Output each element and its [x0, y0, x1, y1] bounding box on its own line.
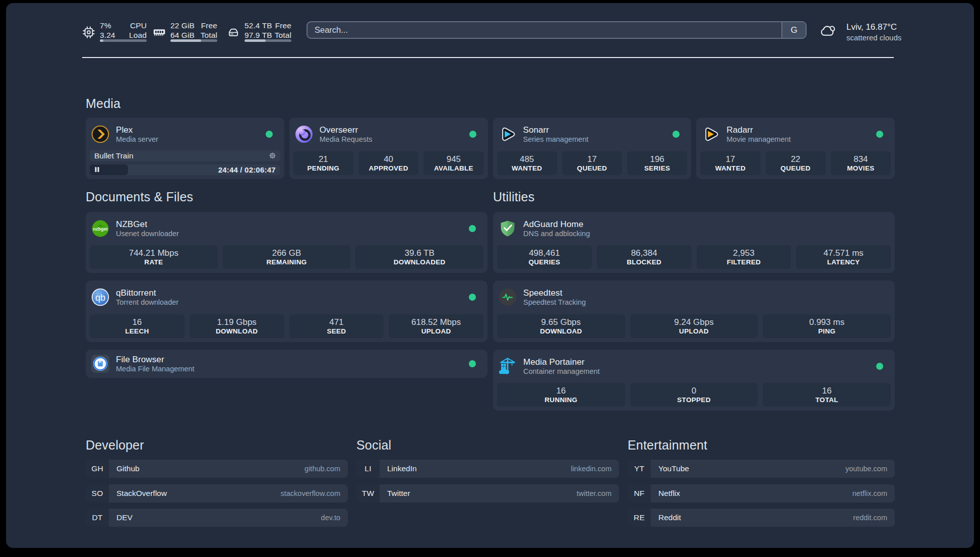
- disk-total-value: 97.9 TB: [244, 31, 272, 40]
- bookmark-reddit[interactable]: RE Reddit reddit.com: [628, 509, 895, 527]
- search-input[interactable]: [308, 22, 781, 38]
- stat-label: WANTED: [497, 164, 557, 173]
- service-card-radarr[interactable]: Radarr Movie management 17 WANTED 22 QUE…: [696, 118, 895, 179]
- stat-value: 17: [562, 154, 622, 164]
- bookmark-stackoverflow[interactable]: SO StackOverflow stackoverflow.com: [86, 484, 348, 503]
- service-title: Sonarr: [523, 125, 589, 135]
- section-documents-files: Documents & Files nzbget: [86, 190, 487, 411]
- stat-value: 1.19 Gbps: [190, 317, 284, 327]
- service-card-plex[interactable]: Plex Media server Bullet Train: [86, 118, 284, 179]
- portainer-icon: [499, 357, 517, 375]
- stat-block: 17 WANTED: [700, 151, 760, 175]
- stat-value: 9.24 Gbps: [630, 317, 758, 327]
- stat-value: 39.6 TB: [355, 248, 483, 258]
- stat-block: 16 TOTAL: [763, 383, 891, 407]
- weather-location-temp: Lviv, 16.87°C: [846, 22, 895, 32]
- service-subtitle: Media server: [116, 135, 158, 144]
- stat-block: 266 GB REMAINING: [223, 245, 351, 269]
- bookmark-dev[interactable]: DT DEV dev.to: [86, 509, 348, 527]
- stat-block: 86,384 BLOCKED: [597, 245, 692, 269]
- search-bar: G: [307, 21, 807, 39]
- section-utilities: Utilities: [493, 190, 895, 411]
- nzbget-icon: nzbget: [91, 219, 109, 238]
- memory-total-label: Total: [201, 31, 217, 40]
- stat-value: 834: [831, 154, 891, 164]
- service-subtitle: Container management: [523, 367, 600, 376]
- service-title: Overseerr: [320, 125, 373, 135]
- cpu-icon: [83, 26, 95, 38]
- stat-label: QUEUED: [562, 164, 622, 173]
- stat-value: 17: [700, 154, 760, 164]
- bookmark-github[interactable]: GH Github github.com: [86, 460, 348, 478]
- disk-row-2: 97.9 TB Total: [244, 31, 291, 40]
- bookmark-abbr: YT: [628, 460, 651, 478]
- bookmark-abbr: TW: [356, 484, 380, 503]
- adguard-icon: [499, 219, 517, 238]
- stat-value: 196: [627, 154, 687, 164]
- stat-value: 21: [293, 154, 353, 164]
- stat-value: 16: [497, 386, 625, 396]
- service-card-file-browser[interactable]: File Browser Media File Management: [86, 350, 487, 378]
- bookmark-linkedin[interactable]: LI LinkedIn linkedin.com: [356, 460, 619, 478]
- stat-block: 945 AVAILABLE: [423, 151, 483, 175]
- bookmark-name: Reddit: [658, 513, 681, 522]
- service-title: File Browser: [116, 355, 195, 365]
- service-card-adguard-home[interactable]: AdGuard Home DNS and adblocking 498,461 …: [493, 212, 895, 273]
- stat-block: 1.19 Gbps DOWNLOAD: [190, 314, 284, 338]
- weather-widget[interactable]: Lviv, 16.87°C scattered clouds: [820, 21, 895, 42]
- cog-icon[interactable]: [269, 152, 276, 159]
- service-card-sonarr[interactable]: Sonarr Series management 485 WANTED 17 Q…: [493, 118, 692, 179]
- stat-block: 0 STOPPED: [630, 383, 758, 407]
- stat-label: MOVIES: [831, 164, 891, 173]
- disk-free-label: Free: [275, 21, 291, 31]
- stat-label: LATENCY: [796, 258, 891, 266]
- bookmark-abbr: RE: [628, 509, 651, 527]
- bookmark-group-entertainment: Entertainment YT YouTube youtube.com NF …: [628, 438, 895, 533]
- bookmark-abbr: SO: [86, 484, 109, 503]
- service-card-nzbget[interactable]: nzbget NZBGet Usenet downloader 74: [86, 212, 487, 273]
- stat-block: 196 SERIES: [627, 151, 687, 175]
- service-title: Plex: [116, 125, 158, 135]
- service-title: qBittorrent: [116, 288, 178, 298]
- service-card-media-portainer[interactable]: Media Portainer Container management 16 …: [493, 350, 895, 411]
- plex-icon: [91, 125, 109, 143]
- bookmark-youtube[interactable]: YT YouTube youtube.com: [628, 460, 895, 478]
- service-subtitle: Usenet downloader: [116, 230, 179, 238]
- stat-label: SEED: [289, 327, 384, 336]
- bookmark-group-social: Social LI LinkedIn linkedin.com TW Twitt…: [356, 438, 619, 533]
- stat-label: AVAILABLE: [423, 164, 483, 173]
- bookmark-twitter[interactable]: TW Twitter twitter.com: [356, 484, 619, 503]
- bookmark-group-title: Social: [356, 438, 619, 452]
- bookmark-netflix[interactable]: NF Netflix netflix.com: [628, 484, 895, 503]
- stat-value: 0.993 ms: [763, 317, 891, 327]
- section-title-documents: Documents & Files: [86, 190, 487, 204]
- svg-text:qb: qb: [95, 293, 105, 303]
- service-card-speedtest[interactable]: Speedtest Speedtest Tracking 9.65 Gbps D…: [493, 281, 895, 342]
- stat-label: PING: [763, 327, 891, 336]
- svg-text:nzbget: nzbget: [93, 226, 108, 231]
- bookmark-url: linkedin.com: [571, 465, 611, 473]
- stat-label: LEECH: [90, 327, 185, 336]
- stat-block: 16 RUNNING: [497, 383, 625, 407]
- search-provider-button[interactable]: G: [781, 22, 806, 38]
- service-subtitle: Torrent downloader: [116, 298, 178, 307]
- stat-label: DOWNLOAD: [190, 327, 284, 336]
- status-dot-online: [876, 363, 883, 370]
- service-card-qbittorrent[interactable]: qb qBittorrent Torrent downloader: [86, 281, 487, 342]
- bookmark-url: netflix.com: [852, 489, 887, 497]
- service-title: NZBGet: [116, 219, 179, 230]
- service-title: AdGuard Home: [523, 219, 590, 230]
- disk-icon: [227, 26, 239, 38]
- stat-value: 471: [289, 317, 384, 327]
- service-subtitle: Movie management: [726, 135, 790, 144]
- service-card-overseerr[interactable]: Overseerr Media Requests 21 PENDING 40 A…: [289, 118, 488, 179]
- stat-label: QUEUED: [766, 164, 826, 173]
- stat-block: 9.65 Gbps DOWNLOAD: [497, 314, 625, 338]
- status-dot-online: [876, 131, 883, 138]
- pause-button[interactable]: [90, 164, 128, 175]
- bookmark-url: reddit.com: [853, 514, 887, 522]
- top-bar: 7% CPU 3.24 Load: [83, 21, 895, 44]
- stat-block: 834 MOVIES: [831, 151, 891, 175]
- stat-value: 498,461: [497, 248, 592, 258]
- stat-value: 945: [423, 154, 483, 164]
